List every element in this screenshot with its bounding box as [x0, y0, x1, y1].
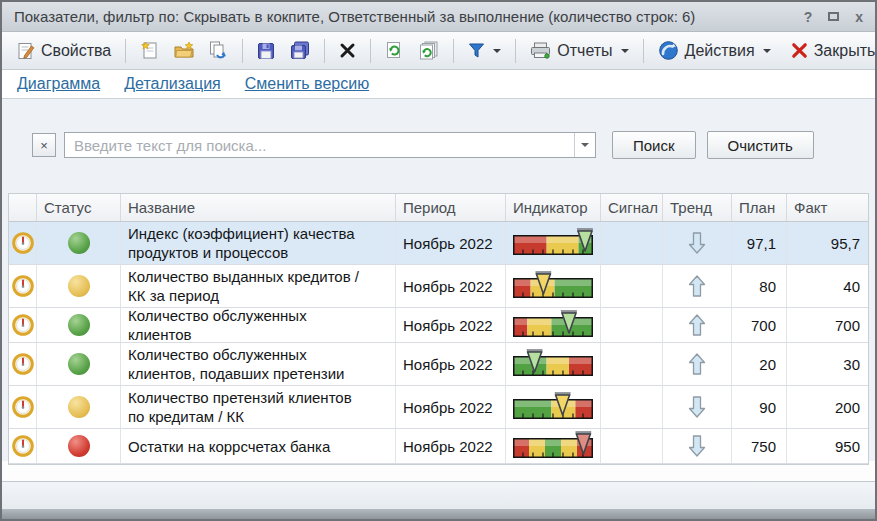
new-document-icon [140, 41, 159, 60]
chevron-down-icon [763, 49, 771, 53]
indicator-bar [513, 271, 593, 301]
column-header-icon[interactable] [9, 194, 37, 221]
search-reset-button[interactable]: × [32, 133, 56, 157]
save-icon [257, 42, 275, 60]
toolbar-separator [324, 39, 325, 63]
cell-fact: 700 [787, 308, 870, 342]
properties-button[interactable]: Свойства [12, 39, 116, 63]
cell-period: Ноябрь 2022 [396, 308, 506, 342]
reports-button[interactable]: Отчеты [525, 39, 633, 63]
trend-up-icon [688, 353, 706, 375]
cell-trend [663, 222, 732, 264]
trend-down-icon [688, 396, 706, 418]
delete-button[interactable] [334, 39, 361, 62]
gauge-icon [12, 314, 34, 336]
cell-trend [663, 265, 732, 307]
table-header: СтатусНазваниеПериодИндикаторСигналТренд… [9, 194, 868, 222]
window-bottom-frame [2, 509, 875, 519]
column-header-trend[interactable]: Тренд [663, 194, 732, 221]
cell-icon [9, 308, 37, 342]
close-label: Закрыть [814, 42, 876, 60]
status-ball-yellow [68, 275, 90, 297]
help-button[interactable]: ? [804, 10, 813, 24]
column-header-indicator[interactable]: Индикатор [506, 194, 601, 221]
open-folder-icon [174, 41, 194, 60]
table-row[interactable]: Остатки на коррсчетах банкаНоябрь 202275… [9, 429, 868, 464]
search-button[interactable]: Поиск [612, 131, 696, 159]
cell-trend [663, 386, 732, 428]
actions-globe-icon [658, 40, 679, 61]
copy-icon [209, 41, 228, 60]
column-header-period[interactable]: Период [396, 194, 506, 221]
cell-trend [663, 343, 732, 385]
chevron-down-icon [493, 49, 501, 53]
cell-name: Количество обслуженных клиентов [121, 308, 396, 342]
cell-period: Ноябрь 2022 [396, 265, 506, 307]
table-row[interactable]: Количество претензий клиентов по кредита… [9, 386, 868, 429]
cell-status [37, 343, 121, 385]
cell-indicator [506, 386, 601, 428]
trend-up-icon [688, 314, 706, 336]
close-window-button[interactable]: x [855, 10, 863, 24]
cell-trend [663, 308, 732, 342]
table-row[interactable]: Количество обслуженных клиентовНоябрь 20… [9, 308, 868, 343]
status-ball-green [68, 232, 90, 254]
actions-button[interactable]: Действия [653, 37, 776, 64]
maximize-button[interactable] [828, 12, 839, 21]
copy-button[interactable] [204, 38, 233, 63]
cell-status [37, 265, 121, 307]
cell-icon [9, 222, 37, 264]
column-header-fact[interactable]: Факт [787, 194, 870, 221]
column-header-plan[interactable]: План [732, 194, 787, 221]
link-change-version[interactable]: Сменить версию [245, 75, 369, 93]
column-header-name[interactable]: Название [121, 194, 396, 221]
gauge-icon [12, 396, 34, 418]
table-row[interactable]: Количество обслуженных клиентов, подавши… [9, 343, 868, 386]
save-all-button[interactable] [285, 38, 315, 63]
printer-icon [530, 42, 551, 59]
toolbar-separator [515, 39, 516, 63]
link-diagram[interactable]: Диаграмма [17, 75, 100, 93]
indicator-bar [513, 431, 593, 461]
cell-fact: 200 [787, 386, 870, 428]
search-input-wrap [64, 132, 596, 158]
clear-button[interactable]: Очистить [707, 131, 814, 159]
save-button[interactable] [252, 39, 280, 63]
search-input[interactable] [65, 133, 574, 157]
links-bar: Диаграмма Детализация Сменить версию [2, 70, 875, 99]
trend-down-icon [688, 232, 706, 254]
cell-indicator [506, 308, 601, 342]
new-button[interactable] [135, 38, 164, 63]
table-row[interactable]: Количество выданных кредитов / КК за пер… [9, 265, 868, 308]
column-header-status[interactable]: Статус [37, 194, 121, 221]
cell-status [37, 308, 121, 342]
refresh-all-icon [419, 41, 439, 60]
indicator-bar [513, 392, 593, 422]
refresh-all-button[interactable] [414, 38, 444, 63]
status-ball-green [68, 314, 90, 336]
titlebar: Показатели, фильтр по: Скрывать в кокпит… [2, 2, 875, 32]
cell-name: Количество претензий клиентов по кредита… [121, 386, 396, 428]
search-dropdown-button[interactable] [574, 133, 595, 157]
column-header-signal[interactable]: Сигнал [601, 194, 663, 221]
cell-plan: 80 [732, 265, 787, 307]
cell-fact: 950 [787, 429, 870, 463]
cell-plan: 20 [732, 343, 787, 385]
gauge-icon [12, 232, 34, 254]
cell-indicator [506, 343, 601, 385]
cell-plan: 97,1 [732, 222, 787, 264]
search-row: × Поиск Очистить [32, 131, 814, 159]
gauge-icon [12, 435, 34, 457]
indicator-bar [513, 310, 593, 340]
cell-signal [601, 429, 663, 463]
refresh-icon [385, 41, 404, 60]
toolbar-separator [370, 39, 371, 63]
refresh-button[interactable] [380, 38, 409, 63]
filter-button[interactable] [463, 39, 506, 62]
open-button[interactable] [169, 38, 199, 63]
close-button[interactable]: Закрыть [786, 39, 877, 63]
link-detail[interactable]: Детализация [124, 75, 221, 93]
reports-label: Отчеты [557, 42, 612, 60]
cell-period: Ноябрь 2022 [396, 429, 506, 463]
table-row[interactable]: Индекс (коэффициент) качества продуктов … [9, 222, 868, 265]
